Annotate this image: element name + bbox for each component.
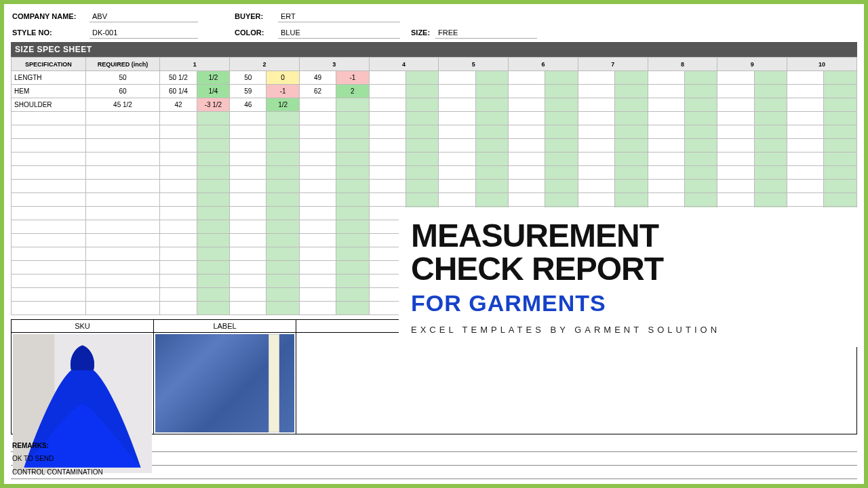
measured-value[interactable] bbox=[299, 261, 336, 274]
measured-value[interactable] bbox=[230, 152, 267, 166]
diff-value[interactable] bbox=[615, 193, 648, 207]
required-value[interactable] bbox=[85, 207, 160, 220]
measured-value[interactable] bbox=[230, 261, 267, 274]
diff-value[interactable] bbox=[197, 139, 230, 152]
measured-value[interactable] bbox=[160, 180, 197, 193]
measured-value[interactable] bbox=[509, 125, 545, 139]
spec-name[interactable] bbox=[12, 274, 86, 288]
spec-name[interactable]: SHOULDER bbox=[12, 98, 86, 112]
diff-value[interactable] bbox=[336, 193, 370, 207]
diff-value[interactable] bbox=[824, 193, 857, 207]
diff-value[interactable]: 2 bbox=[336, 85, 370, 98]
diff-value[interactable] bbox=[824, 125, 857, 139]
measured-value[interactable] bbox=[787, 166, 824, 180]
measured-value[interactable] bbox=[299, 152, 336, 166]
diff-value[interactable] bbox=[197, 220, 230, 234]
diff-value[interactable] bbox=[824, 71, 857, 85]
diff-value[interactable] bbox=[267, 207, 300, 220]
diff-value[interactable] bbox=[197, 180, 230, 193]
diff-value[interactable] bbox=[406, 152, 439, 166]
measured-value[interactable] bbox=[160, 207, 197, 220]
measured-value[interactable] bbox=[230, 274, 267, 288]
diff-value[interactable] bbox=[336, 247, 370, 261]
diff-value[interactable] bbox=[754, 166, 787, 180]
diff-value[interactable] bbox=[684, 193, 717, 207]
spec-name[interactable]: HEM bbox=[12, 85, 86, 98]
diff-value[interactable] bbox=[406, 85, 439, 98]
diff-value[interactable] bbox=[197, 288, 230, 302]
diff-value[interactable] bbox=[336, 139, 370, 152]
diff-value[interactable] bbox=[267, 152, 300, 166]
required-value[interactable] bbox=[85, 274, 160, 288]
measured-value[interactable]: 59 bbox=[230, 85, 267, 98]
measured-value[interactable] bbox=[648, 85, 684, 98]
diff-value[interactable] bbox=[267, 274, 300, 288]
measured-value[interactable] bbox=[509, 71, 545, 85]
diff-value[interactable] bbox=[197, 125, 230, 139]
measured-value[interactable] bbox=[299, 207, 336, 220]
diff-value[interactable] bbox=[545, 98, 578, 112]
measured-value[interactable] bbox=[160, 261, 197, 274]
diff-value[interactable] bbox=[545, 71, 578, 85]
required-value[interactable] bbox=[85, 112, 160, 125]
required-value[interactable] bbox=[85, 166, 160, 180]
measured-value[interactable] bbox=[439, 180, 475, 193]
required-value[interactable] bbox=[85, 152, 160, 166]
diff-value[interactable] bbox=[336, 112, 370, 125]
required-value[interactable] bbox=[85, 220, 160, 234]
measured-value[interactable] bbox=[439, 112, 475, 125]
measured-value[interactable] bbox=[160, 139, 197, 152]
spec-name[interactable] bbox=[12, 302, 86, 315]
measured-value[interactable] bbox=[717, 180, 754, 193]
diff-value[interactable] bbox=[336, 274, 370, 288]
diff-value[interactable] bbox=[754, 125, 787, 139]
measured-value[interactable] bbox=[648, 193, 684, 207]
measured-value[interactable] bbox=[299, 180, 336, 193]
diff-value[interactable] bbox=[197, 234, 230, 247]
diff-value[interactable] bbox=[475, 112, 509, 125]
diff-value[interactable] bbox=[475, 71, 509, 85]
measured-value[interactable] bbox=[578, 98, 614, 112]
diff-value[interactable]: 1/2 bbox=[267, 98, 300, 112]
diff-value[interactable] bbox=[615, 71, 648, 85]
required-value[interactable] bbox=[85, 139, 160, 152]
measured-value[interactable] bbox=[160, 112, 197, 125]
diff-value[interactable] bbox=[336, 261, 370, 274]
diff-value[interactable] bbox=[754, 85, 787, 98]
diff-value[interactable] bbox=[684, 98, 717, 112]
spec-name[interactable]: LENGTH bbox=[12, 71, 86, 85]
diff-value[interactable] bbox=[267, 247, 300, 261]
measured-value[interactable]: 50 bbox=[230, 71, 267, 85]
measured-value[interactable] bbox=[787, 152, 824, 166]
diff-value[interactable] bbox=[406, 180, 439, 193]
measured-value[interactable] bbox=[578, 193, 614, 207]
measured-value[interactable] bbox=[648, 139, 684, 152]
measured-value[interactable]: 60 1/4 bbox=[160, 85, 197, 98]
spec-name[interactable] bbox=[12, 207, 86, 220]
measured-value[interactable] bbox=[717, 166, 754, 180]
diff-value[interactable] bbox=[406, 139, 439, 152]
diff-value[interactable]: -1 bbox=[336, 71, 370, 85]
measured-value[interactable] bbox=[369, 98, 406, 112]
diff-value[interactable] bbox=[267, 220, 300, 234]
measured-value[interactable] bbox=[648, 166, 684, 180]
measured-value[interactable] bbox=[717, 193, 754, 207]
diff-value[interactable] bbox=[754, 152, 787, 166]
diff-value[interactable] bbox=[615, 98, 648, 112]
measured-value[interactable] bbox=[160, 152, 197, 166]
diff-value[interactable] bbox=[824, 98, 857, 112]
diff-value[interactable] bbox=[336, 207, 370, 220]
diff-value[interactable] bbox=[336, 98, 370, 112]
spec-name[interactable] bbox=[12, 261, 86, 274]
diff-value[interactable] bbox=[267, 302, 300, 315]
diff-value[interactable] bbox=[406, 193, 439, 207]
diff-value[interactable] bbox=[754, 180, 787, 193]
measured-value[interactable] bbox=[230, 234, 267, 247]
measured-value[interactable] bbox=[369, 166, 406, 180]
measured-value[interactable] bbox=[299, 193, 336, 207]
spec-name[interactable] bbox=[12, 152, 86, 166]
measured-value[interactable] bbox=[369, 152, 406, 166]
measured-value[interactable] bbox=[369, 112, 406, 125]
diff-value[interactable] bbox=[545, 112, 578, 125]
measured-value[interactable] bbox=[299, 166, 336, 180]
